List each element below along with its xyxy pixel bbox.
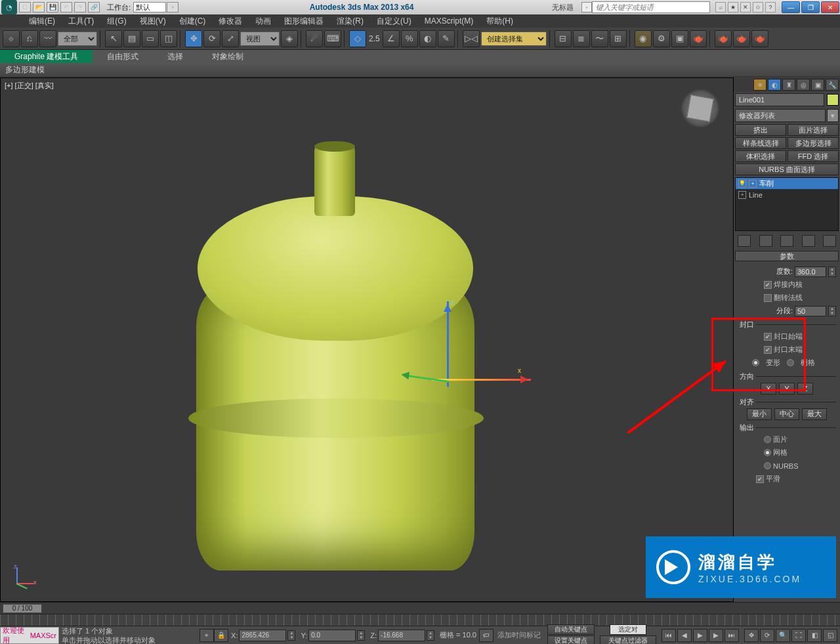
subscription-icon[interactable]: ★ [728,2,738,12]
light-bulb-icon[interactable]: 💡 [738,180,746,188]
btn-dir-y[interactable]: Y [779,383,795,395]
menu-create[interactable]: 创建(C) [173,14,213,28]
btn-dir-z[interactable]: Z [797,383,813,395]
view-cube[interactable] [681,89,720,128]
play-icon[interactable]: ▶ [693,629,707,642]
ribbon-panel-poly[interactable]: 多边形建模 [0,63,840,76]
radio-grid[interactable] [787,359,794,366]
workspace-dd-arrow-icon[interactable]: ▾ [167,2,178,12]
ref-coord-dropdown[interactable]: 视图 [240,32,280,46]
layers-icon[interactable]: ≣ [573,30,590,47]
radio-morph[interactable] [752,359,759,366]
viewport-label[interactable]: [+] [正交] [真实] [5,81,54,91]
zoom-extents-icon[interactable]: ⛶ [791,629,806,642]
btn-spline-select[interactable]: 样条线选择 [735,137,786,149]
select-scale-icon[interactable]: ⤢ [222,30,239,47]
stack-item-lathe[interactable]: 💡 + 车削 [736,178,838,189]
snap-toggle-icon[interactable]: ◇ [349,30,366,47]
tab-selection[interactable]: 选择 [153,50,198,63]
menu-help[interactable]: 帮助(H) [480,14,520,28]
schematic-view-icon[interactable]: ⊞ [610,30,627,47]
show-end-result-icon[interactable] [759,235,772,247]
favorites-icon[interactable]: ☆ [753,2,763,12]
btn-extrude[interactable]: 挤出 [735,124,786,136]
radio-patch[interactable] [764,436,771,443]
render-activeshade-icon[interactable]: 🫖 [733,30,750,47]
link-icon[interactable]: 🔗 [88,2,100,12]
btn-dir-x[interactable]: X [761,383,776,395]
coord-z-spinner[interactable]: ▲▼ [427,630,434,641]
coord-x-spinner[interactable]: ▲▼ [287,630,295,641]
coord-y-field[interactable]: 0.0 [308,630,356,641]
btn-align-max[interactable]: 最大 [802,408,827,420]
object-color-swatch[interactable] [827,94,839,106]
radio-nurbs[interactable] [764,462,771,469]
scene-object[interactable]: z x [184,144,486,597]
motion-panel-icon[interactable]: ◎ [797,79,810,91]
btn-poly-select[interactable]: 多边形选择 [788,137,839,149]
remove-modifier-icon[interactable] [802,235,815,247]
mirror-icon[interactable]: ▷◁ [463,30,480,47]
modify-panel-icon[interactable]: ◐ [768,79,781,91]
create-panel-icon[interactable]: ✳ [753,79,766,91]
utilities-panel-icon[interactable]: 🔧 [826,79,839,91]
render-production-icon[interactable]: 🫖 [690,30,707,47]
workspace-dropdown[interactable]: 默认 [133,2,166,12]
new-icon[interactable]: 🗋 [19,2,31,12]
help-icon[interactable]: ? [765,2,776,12]
tab-freeform[interactable]: 自由形式 [93,50,153,63]
menu-views[interactable]: 视图(V) [133,14,173,28]
named-selection-dropdown[interactable]: 创建选择集 [481,32,547,46]
select-by-name-icon[interactable]: ▤ [123,30,140,47]
hierarchy-panel-icon[interactable]: ♜ [782,79,795,91]
material-editor-icon[interactable]: ◉ [635,30,652,47]
select-region-rect-icon[interactable]: ▭ [142,30,159,47]
selset-dropdown[interactable]: 选定对 [610,624,646,635]
zoom-icon[interactable]: 🔍 [776,629,790,642]
time-slider[interactable]: 0 / 100 [0,602,840,614]
goto-start-icon[interactable]: ⏮ [662,629,676,642]
rollout-parameters-header[interactable]: 参数 [735,251,839,261]
minimize-button[interactable]: — [782,1,800,13]
percent-snap-icon[interactable]: % [401,30,418,47]
pin-stack-icon[interactable] [738,235,751,247]
radio-mesh[interactable] [764,449,771,456]
menu-animation[interactable]: 动画 [249,14,278,28]
setkey-button[interactable]: 设置关键点 [547,635,595,644]
autokey-button[interactable]: 自动关键点 [547,624,595,635]
btn-align-min[interactable]: 最小 [747,408,772,420]
btn-patch-select[interactable]: 面片选择 [788,124,839,136]
viewport[interactable]: [+] [正交] [真实] z x z x [0,77,734,602]
select-rotate-icon[interactable]: ⟳ [203,30,220,47]
select-move-icon[interactable]: ✥ [185,30,202,47]
exchange-icon[interactable]: ✕ [740,2,751,12]
menu-graph[interactable]: 图形编辑器 [278,14,330,28]
close-button[interactable]: ✕ [821,1,839,13]
render-setup-icon[interactable]: ⚙ [653,30,670,47]
modifier-list-arrow-icon[interactable]: ▾ [827,109,839,122]
angle-snap-icon[interactable]: ∠ [383,30,400,47]
rendered-frame-icon[interactable]: ▣ [671,30,688,47]
pivot-center-icon[interactable]: ◈ [281,30,298,47]
curve-editor-icon[interactable]: 〜 [591,30,608,47]
render-iterative-icon[interactable]: 🫖 [715,30,732,47]
coord-x-field[interactable]: 2865.426 [239,630,286,641]
coord-y-spinner[interactable]: ▲▼ [357,630,365,641]
lock-icon[interactable]: 🔒 [214,629,228,642]
object-name-field[interactable]: Line001 [735,93,824,106]
key-filters-button[interactable]: 关键点过滤器 [600,635,656,644]
menu-tools[interactable]: 工具(T) [62,14,100,28]
track-bar[interactable] [0,614,840,626]
menu-maxscript[interactable]: MAXScript(M) [418,15,480,27]
bind-spacewarp-icon[interactable]: 〰 [39,30,56,47]
chk-cap-end[interactable]: ✔ [764,346,772,354]
time-slider-thumb[interactable]: 0 / 100 [3,604,42,613]
keyboard-shortcut-icon[interactable]: ⌨ [324,30,341,47]
chk-smooth[interactable]: ✔ [756,475,764,483]
modifier-list-dropdown[interactable]: 修改器列表 [735,109,826,122]
selection-lock-icon[interactable]: ⌖ [200,629,214,642]
add-time-tag-icon[interactable]: 🏷 [479,629,494,642]
app-menu-icon[interactable]: ◔ [1,0,17,14]
display-panel-icon[interactable]: ▣ [811,79,824,91]
stack-item-line[interactable]: + Line [736,189,838,200]
